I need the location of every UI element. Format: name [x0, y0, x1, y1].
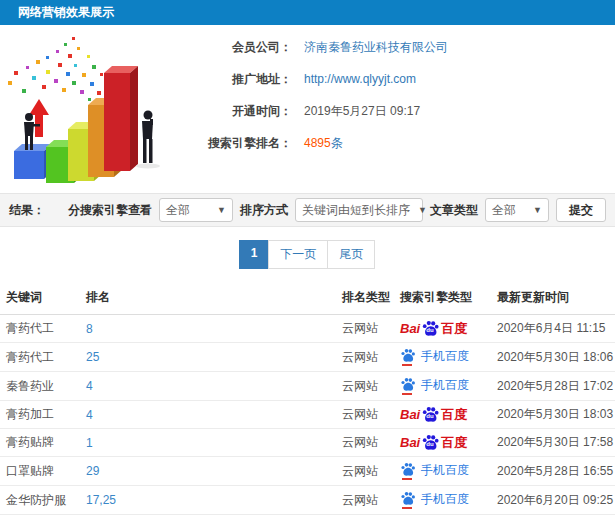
rank-link[interactable]: 4 — [86, 379, 93, 393]
updated-cell: 2020年5月30日 18:06 — [491, 343, 615, 372]
keyword-cell: 口罩贴牌 — [0, 457, 80, 486]
rank-cell: 4 — [80, 401, 336, 429]
sort-value: 关键词由短到长排序 — [302, 202, 410, 219]
keyword-cell: 秦鲁药业 — [0, 372, 80, 401]
growth-chart-image — [2, 33, 180, 185]
rank-link[interactable]: 4 — [86, 408, 93, 422]
rank-type-cell: 云网站 — [336, 515, 394, 520]
baidu-paw-icon: du — [421, 406, 440, 423]
promo-url-row: 推广地址： http://www.qlyyjt.com — [180, 71, 448, 88]
table-header-row: 关键词 排名 排名类型 搜索引擎类型 最新更新时间 — [0, 281, 615, 315]
open-time-value: 2019年5月27日 09:17 — [304, 103, 420, 120]
promo-url-link[interactable]: http://www.qlyyjt.com — [304, 72, 416, 86]
rank-type-cell: 云网站 — [336, 343, 394, 372]
member-company-link[interactable]: 济南秦鲁药业科技有限公司 — [304, 39, 448, 56]
rank-type-cell: 云网站 — [336, 457, 394, 486]
table-row: 膏药贴牌 1 云网站 Bai du 百度 2020年5月30日 17:58 — [0, 429, 615, 457]
keyword-cell: 膏药代工 — [0, 343, 80, 372]
keyword-column-header: 关键词 — [0, 281, 80, 315]
rank-cell: 10 — [80, 515, 336, 520]
rank-type-cell: 云网站 — [336, 401, 394, 429]
page-header: 网络营销效果展示 — [0, 0, 615, 25]
engine-cell: 手机百度 — [394, 457, 491, 486]
baidu-logo-icon: Bai du 百度 — [400, 320, 467, 337]
rank-cell: 29 — [80, 457, 336, 486]
engine-cell: 手机百度 — [394, 486, 491, 515]
rank-cell: 1 — [80, 429, 336, 457]
mobile-baidu-paw-icon — [400, 462, 416, 478]
filter-controls: 分搜索引擎查看 全部 ▼ 排序方式 关键词由短到长排序 ▼ 文章类型 全部 ▼ … — [68, 198, 606, 222]
ranking-count-unit: 条 — [331, 136, 343, 150]
results-table: 关键词 排名 排名类型 搜索引擎类型 最新更新时间 膏药代工 8 云网站 Bai… — [0, 281, 615, 520]
mobile-baidu-logo-icon: 手机百度 — [400, 348, 469, 364]
filter-bar: 结果： 分搜索引擎查看 全部 ▼ 排序方式 关键词由短到长排序 ▼ 文章类型 全… — [0, 193, 615, 227]
engine-cell: Bai du 百度 — [394, 429, 491, 457]
ranking-count-number: 4895 — [304, 136, 331, 150]
baidu-paw-icon: du — [421, 434, 440, 451]
rank-type-column-header: 排名类型 — [336, 281, 394, 315]
article-type-value: 全部 — [492, 202, 516, 219]
table-row: 膏药代工 25 云网站 手机百度 2020年5月30日 18:06 — [0, 343, 615, 372]
rank-cell: 8 — [80, 315, 336, 343]
updated-cell: 2020年5月28日 17:02 — [491, 372, 615, 401]
keyword-cell: 福建防护服 — [0, 515, 80, 520]
updated-cell: 2020年5月30日 17:58 — [491, 429, 615, 457]
sort-label: 排序方式 — [240, 202, 288, 219]
baidu-logo-icon: Bai du 百度 — [400, 434, 467, 451]
article-type-label: 文章类型 — [430, 202, 478, 219]
updated-cell: 2020年5月28日 16:55 — [491, 457, 615, 486]
ranking-count-label: 搜索引擎排名： — [180, 135, 292, 152]
next-page-button[interactable]: 下一页 — [268, 240, 328, 269]
engine-cell: 手机百度 — [394, 343, 491, 372]
member-company-row: 会员公司： 济南秦鲁药业科技有限公司 — [180, 39, 448, 56]
table-row: 秦鲁药业 4 云网站 手机百度 2020年5月28日 17:02 — [0, 372, 615, 401]
rank-link[interactable]: 17,25 — [86, 493, 116, 507]
engine-cell: 手机百度 — [394, 515, 491, 520]
keyword-cell: 金华防护服 — [0, 486, 80, 515]
chevron-down-icon: ▼ — [533, 205, 542, 215]
mobile-baidu-paw-icon — [400, 348, 416, 364]
open-time-label: 开通时间： — [180, 103, 292, 120]
mobile-baidu-paw-icon — [400, 491, 416, 507]
rank-column-header: 排名 — [80, 281, 336, 315]
sort-select[interactable]: 关键词由短到长排序 ▼ — [295, 198, 423, 222]
rank-type-cell: 云网站 — [336, 429, 394, 457]
submit-button[interactable]: 提交 — [556, 198, 606, 222]
table-row: 福建防护服 10 云网站 手机百度 2020年6月4日 11:10 — [0, 515, 615, 520]
engine-type-column-header: 搜索引擎类型 — [394, 281, 491, 315]
chevron-down-icon: ▼ — [418, 205, 427, 215]
rank-type-cell: 云网站 — [336, 486, 394, 515]
updated-cell: 2020年6月20日 09:25 — [491, 486, 615, 515]
mobile-baidu-logo-icon: 手机百度 — [400, 462, 469, 478]
page-1-button[interactable]: 1 — [239, 240, 270, 269]
table-row: 膏药代工 8 云网站 Bai du 百度 2020年6月4日 11:15 — [0, 315, 615, 343]
member-company-label: 会员公司： — [180, 39, 292, 56]
mobile-baidu-paw-icon — [400, 377, 416, 393]
rank-cell: 25 — [80, 343, 336, 372]
chevron-down-icon: ▼ — [217, 205, 226, 215]
rank-type-cell: 云网站 — [336, 372, 394, 401]
result-label: 结果： — [9, 202, 45, 219]
rank-link[interactable]: 25 — [86, 350, 99, 364]
mobile-baidu-logo-icon: 手机百度 — [400, 377, 469, 393]
table-row: 口罩贴牌 29 云网站 手机百度 2020年5月28日 16:55 — [0, 457, 615, 486]
ranking-count-row: 搜索引擎排名： 4895条 — [180, 135, 448, 152]
engine-filter-label: 分搜索引擎查看 — [68, 202, 152, 219]
rank-type-cell: 云网站 — [336, 315, 394, 343]
engine-filter-select[interactable]: 全部 ▼ — [159, 198, 233, 222]
updated-cell: 2020年6月4日 11:10 — [491, 515, 615, 520]
rank-link[interactable]: 8 — [86, 322, 93, 336]
rank-link[interactable]: 1 — [86, 436, 93, 450]
rank-link[interactable]: 29 — [86, 464, 99, 478]
engine-cell: Bai du 百度 — [394, 401, 491, 429]
last-page-button[interactable]: 尾页 — [327, 240, 375, 269]
updated-column-header: 最新更新时间 — [491, 281, 615, 315]
pagination: 1 下一页 尾页 — [0, 240, 615, 269]
article-type-select[interactable]: 全部 ▼ — [485, 198, 549, 222]
table-row: 膏药加工 4 云网站 Bai du 百度 2020年5月30日 18:03 — [0, 401, 615, 429]
keyword-cell: 膏药加工 — [0, 401, 80, 429]
baidu-logo-icon: Bai du 百度 — [400, 406, 467, 423]
rank-cell: 17,25 — [80, 486, 336, 515]
updated-cell: 2020年5月30日 18:03 — [491, 401, 615, 429]
engine-cell: Bai du 百度 — [394, 315, 491, 343]
